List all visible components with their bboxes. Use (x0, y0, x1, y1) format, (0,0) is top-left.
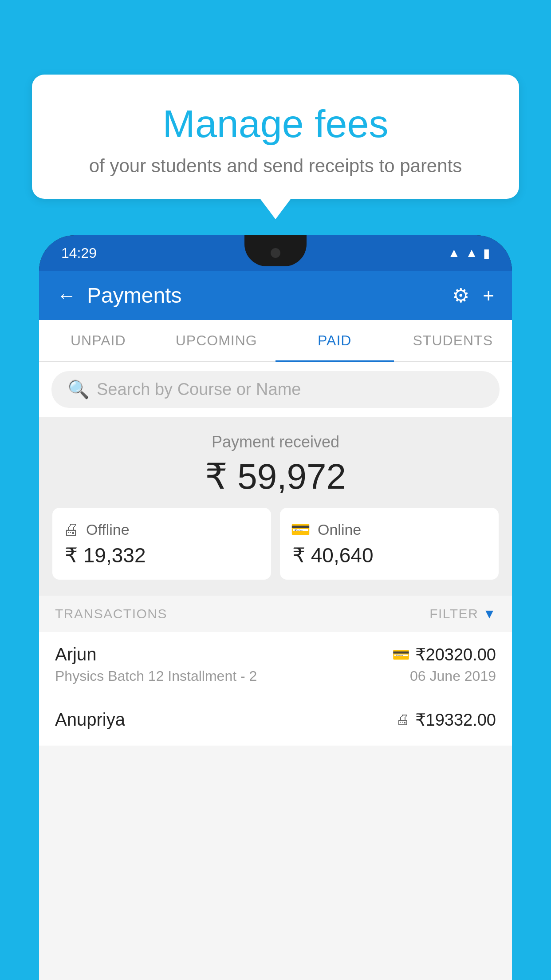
online-icon: 💳 (291, 520, 311, 539)
page-title: Payments (87, 283, 181, 308)
tab-unpaid[interactable]: UNPAID (39, 320, 157, 361)
tab-students[interactable]: STUDENTS (394, 320, 512, 361)
filter-icon: ▼ (483, 606, 496, 621)
transaction-amount-row: 💳 ₹20320.00 (392, 645, 496, 664)
transaction-top: Arjun 💳 ₹20320.00 (55, 644, 496, 664)
transaction-name-2: Anupriya (55, 710, 125, 730)
add-icon[interactable]: + (483, 285, 494, 307)
phone-frame: 14:29 ▲ ▲ ▮ ← Payments ⚙ + (39, 235, 512, 980)
tabs-bar: UNPAID UPCOMING PAID STUDENTS (39, 320, 512, 362)
transactions-label: TRANSACTIONS (55, 606, 167, 621)
payment-total-amount: ₹ 59,972 (48, 456, 503, 497)
transaction-row-anupriya[interactable]: Anupriya 🖨 ₹19332.00 (39, 697, 512, 746)
status-icons: ▲ ▲ ▮ (448, 246, 490, 261)
offline-icon: 🖨 (63, 520, 79, 539)
signal-icon: ▲ (465, 246, 478, 260)
offline-label: Offline (86, 521, 130, 538)
payment-cards: 🖨 Offline ₹ 19,332 💳 Online ₹ 40,640 (52, 508, 499, 580)
offline-payment-card: 🖨 Offline ₹ 19,332 (52, 508, 271, 580)
app-header: ← Payments ⚙ + (39, 271, 512, 320)
phone-notch (244, 235, 307, 266)
tab-paid[interactable]: PAID (276, 320, 394, 361)
transaction-name: Arjun (55, 644, 96, 664)
app-content: ← Payments ⚙ + UNPAID UPCOMING PAID (39, 271, 512, 980)
cash-payment-icon: 🖨 (396, 711, 410, 728)
camera (271, 248, 280, 258)
transaction-amount: ₹20320.00 (415, 645, 496, 664)
header-right: ⚙ + (452, 284, 494, 307)
filter-container[interactable]: FILTER ▼ (429, 606, 496, 621)
card-payment-icon: 💳 (392, 646, 410, 663)
online-amount: ₹ 40,640 (292, 543, 488, 567)
transaction-top-2: Anupriya 🖨 ₹19332.00 (55, 710, 496, 730)
speech-bubble: Manage fees of your students and send re… (32, 75, 519, 199)
transaction-amount-2: ₹19332.00 (415, 710, 496, 730)
speech-bubble-title: Manage fees (50, 101, 501, 146)
back-button[interactable]: ← (57, 285, 76, 307)
battery-icon: ▮ (483, 246, 490, 261)
header-left: ← Payments (57, 283, 181, 308)
wifi-icon: ▲ (448, 246, 460, 260)
online-card-header: 💳 Online (291, 520, 488, 539)
search-bar-container: 🔍 Search by Course or Name (39, 362, 512, 417)
transactions-header: TRANSACTIONS FILTER ▼ (39, 596, 512, 632)
offline-amount: ₹ 19,332 (65, 543, 260, 567)
speech-bubble-subtitle: of your students and send receipts to pa… (50, 155, 501, 177)
status-time: 14:29 (61, 245, 97, 261)
offline-card-header: 🖨 Offline (63, 520, 260, 539)
tab-upcoming[interactable]: UPCOMING (157, 320, 276, 361)
transaction-date: 06 June 2019 (410, 668, 496, 684)
search-input[interactable]: Search by Course or Name (97, 380, 301, 399)
payment-received-label: Payment received (48, 433, 503, 451)
search-icon: 🔍 (67, 379, 90, 400)
transaction-amount-row-2: 🖨 ₹19332.00 (396, 710, 496, 730)
settings-icon[interactable]: ⚙ (452, 284, 469, 307)
transaction-bottom: Physics Batch 12 Installment - 2 06 June… (55, 668, 496, 684)
online-payment-card: 💳 Online ₹ 40,640 (280, 508, 499, 580)
transaction-row-arjun[interactable]: Arjun 💳 ₹20320.00 Physics Batch 12 Insta… (39, 632, 512, 697)
status-bar: 14:29 ▲ ▲ ▮ (39, 235, 512, 271)
transaction-description: Physics Batch 12 Installment - 2 (55, 668, 257, 684)
payment-summary: Payment received ₹ 59,972 🖨 Offline ₹ 19… (39, 417, 512, 596)
online-label: Online (318, 521, 361, 538)
filter-label: FILTER (429, 606, 478, 621)
search-bar[interactable]: 🔍 Search by Course or Name (51, 371, 500, 408)
app-background: Manage fees of your students and send re… (0, 0, 551, 980)
